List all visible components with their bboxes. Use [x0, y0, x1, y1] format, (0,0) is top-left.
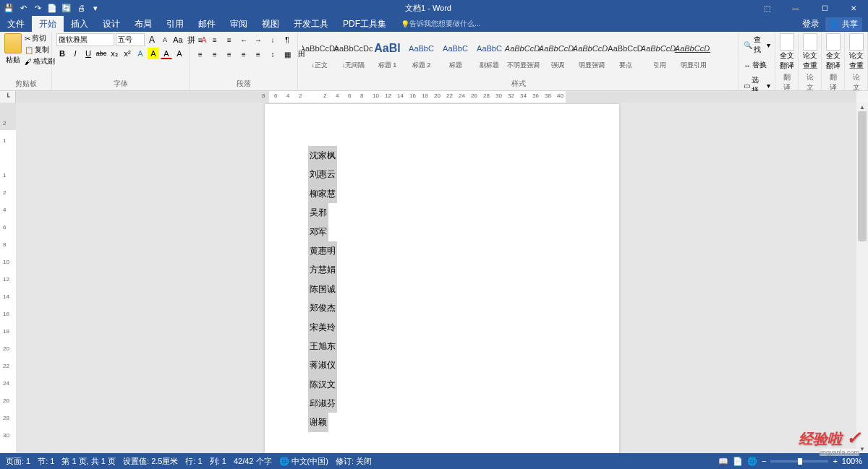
status-chars[interactable]: 42/42 个字: [234, 456, 272, 467]
horizontal-ruler[interactable]: ┗ 86422468101214161820222426283032343638…: [0, 91, 868, 103]
font-name-combo[interactable]: 微软雅黑: [56, 33, 114, 46]
align-center-button[interactable]: ≡: [208, 48, 221, 61]
zoom-level[interactable]: 100%: [842, 457, 862, 465]
style-item[interactable]: AaBbCcD.引用: [642, 33, 676, 72]
scroll-up-arrow-icon[interactable]: ▲: [856, 103, 868, 111]
zoom-slider[interactable]: [770, 460, 828, 462]
list-item[interactable]: 谢颖: [308, 413, 328, 431]
view-print-icon[interactable]: 📄: [733, 457, 743, 466]
share-button[interactable]: 👤 共享: [825, 17, 862, 31]
status-position[interactable]: 设置值: 2.5厘米: [123, 456, 178, 467]
replace-button[interactable]: ↔ 替换: [744, 59, 767, 72]
tab-insert[interactable]: 插入: [64, 16, 95, 32]
selected-text-block[interactable]: 沈家枫刘惠云柳家慧吴邪邓军黄惠明方慧娟陈国诚郑俊杰宋美玲王旭东蒋淑仪陈汉文邱淑芬…: [308, 146, 576, 432]
find-button[interactable]: 🔍 查找 ▾: [744, 33, 770, 56]
subscript-button[interactable]: x₂: [109, 48, 120, 59]
vertical-scrollbar[interactable]: ▲ ▼: [856, 103, 868, 453]
list-item[interactable]: 黄惠明: [308, 241, 337, 260]
status-pages[interactable]: 第 1 页, 共 1 页: [61, 456, 116, 467]
justify-button[interactable]: ≡: [237, 48, 250, 61]
shading-button[interactable]: ▦: [281, 48, 294, 61]
document-scroll[interactable]: 沈家枫刘惠云柳家慧吴邪邓军黄惠明方慧娟陈国诚郑俊杰宋美玲王旭东蒋淑仪陈汉文邱淑芬…: [16, 103, 868, 453]
full-translate-button[interactable]: 全文翻译: [780, 33, 794, 71]
strike-button[interactable]: abc: [95, 48, 107, 59]
list-item[interactable]: 蒋淑仪: [308, 356, 337, 374]
zoom-in-button[interactable]: +: [833, 457, 837, 465]
zoom-thumb[interactable]: [798, 458, 802, 465]
superscript-button[interactable]: x²: [122, 48, 133, 59]
status-line[interactable]: 行: 1: [185, 456, 202, 467]
styles-gallery[interactable]: AaBbCcDc↓正文AaBbCcDc↓无间隔AaBl标题 1AaBbC标题 2…: [302, 33, 710, 72]
cut-button[interactable]: ✂ 剪切: [25, 33, 55, 43]
undo-icon[interactable]: ↶: [17, 2, 29, 14]
tab-review[interactable]: 审阅: [223, 16, 255, 32]
line-spacing-button[interactable]: ↕: [266, 48, 279, 61]
bullets-button[interactable]: ≡: [194, 33, 207, 46]
paper-check-button[interactable]: 论文查重: [803, 33, 817, 71]
show-marks-button[interactable]: ¶: [281, 33, 294, 46]
font-color-button[interactable]: A: [161, 48, 172, 59]
char-border-button[interactable]: A: [174, 48, 185, 59]
tab-file[interactable]: 文件: [0, 16, 32, 32]
list-item[interactable]: 陈国诚: [308, 280, 337, 298]
shrink-font-button[interactable]: A: [159, 34, 171, 46]
increase-indent-button[interactable]: →: [252, 33, 265, 46]
font-size-combo[interactable]: 五号: [116, 33, 145, 46]
numbering-button[interactable]: ≡: [208, 33, 221, 46]
tab-pdf[interactable]: PDF工具集: [336, 16, 393, 32]
ruler-corner[interactable]: ┗: [0, 91, 16, 103]
style-item[interactable]: AaBbC标题 2: [404, 33, 438, 72]
grow-font-button[interactable]: A: [146, 34, 158, 46]
style-item[interactable]: AaBbC标题: [438, 33, 472, 72]
style-item[interactable]: AaBl标题 1: [370, 33, 404, 72]
tab-developer[interactable]: 开发工具: [286, 16, 336, 32]
paper-check-button-2[interactable]: 论文查重: [849, 33, 864, 71]
redo-icon[interactable]: ↷: [32, 2, 43, 14]
style-item[interactable]: AaBbCcD.明显引用: [676, 33, 710, 72]
tab-mailings[interactable]: 邮件: [191, 16, 223, 32]
view-read-icon[interactable]: 📖: [718, 457, 728, 466]
status-section[interactable]: 节: 1: [38, 456, 54, 467]
list-item[interactable]: 沈家枫: [308, 146, 337, 165]
style-item[interactable]: AaBbCcD.明显强调: [574, 33, 608, 72]
zoom-out-button[interactable]: −: [762, 457, 766, 465]
distribute-button[interactable]: ≡: [252, 48, 265, 61]
decrease-indent-button[interactable]: ←: [237, 33, 250, 46]
list-item[interactable]: 宋美玲: [308, 318, 337, 337]
page[interactable]: 沈家枫刘惠云柳家慧吴邪邓军黄惠明方慧娟陈国诚郑俊杰宋美玲王旭东蒋淑仪陈汉文邱淑芬…: [265, 104, 619, 453]
list-item[interactable]: 方慧娟: [308, 260, 337, 279]
italic-button[interactable]: I: [69, 48, 81, 59]
save-icon[interactable]: 💾: [3, 2, 14, 14]
login-link[interactable]: 登录: [802, 18, 820, 30]
style-item[interactable]: AaBbCcD.强调: [540, 33, 574, 72]
style-item[interactable]: AaBbCcDc↓无间隔: [336, 33, 370, 72]
style-item[interactable]: AaBbCcDc↓正文: [302, 33, 336, 72]
ribbon-options-icon[interactable]: ⬚: [752, 0, 781, 16]
align-right-button[interactable]: ≡: [223, 48, 236, 61]
text-effects-button[interactable]: A: [135, 48, 146, 59]
full-translate-button-2[interactable]: 全文翻译: [826, 33, 841, 71]
multilevel-button[interactable]: ≡: [223, 33, 236, 46]
status-track[interactable]: 修订: 关闭: [336, 456, 372, 467]
sort-button[interactable]: ↓: [266, 33, 279, 46]
tab-view[interactable]: 视图: [255, 16, 286, 32]
status-page[interactable]: 页面: 1: [6, 456, 30, 467]
tab-design[interactable]: 设计: [95, 16, 127, 32]
close-button[interactable]: ✕: [839, 0, 868, 16]
view-web-icon[interactable]: 🌐: [747, 457, 757, 466]
style-item[interactable]: AaBbCcD.不明显强调: [506, 33, 540, 72]
list-item[interactable]: 邓军: [308, 223, 328, 241]
vertical-ruler[interactable]: 21124681012141618202224262830: [0, 103, 16, 453]
copy-button[interactable]: 📋 复制: [25, 45, 55, 55]
list-item[interactable]: 王旭东: [308, 337, 337, 356]
minimize-button[interactable]: —: [781, 0, 810, 16]
list-item[interactable]: 吴邪: [308, 203, 328, 222]
align-left-button[interactable]: ≡: [194, 48, 207, 61]
qat-icon-1[interactable]: 📄: [46, 2, 58, 14]
style-item[interactable]: AaBbC副标题: [472, 33, 506, 72]
scrollbar-thumb[interactable]: [858, 111, 867, 241]
list-item[interactable]: 陈汉文: [308, 375, 337, 394]
tab-home[interactable]: 开始: [32, 16, 64, 32]
tab-layout[interactable]: 布局: [127, 16, 159, 32]
qat-more-icon[interactable]: ▾: [90, 2, 101, 14]
